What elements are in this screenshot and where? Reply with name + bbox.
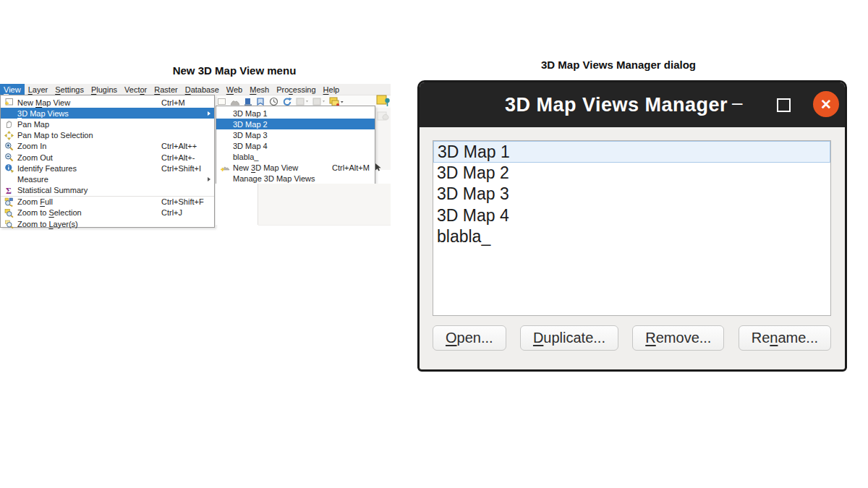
- submenu-item-3d-map-3[interactable]: 3D Map 3: [216, 129, 375, 140]
- menu-screenshot-caption: New 3D Map View menu: [17, 64, 451, 77]
- identify-features-icon: [3, 163, 15, 173]
- new-3d-map-toolbar-icon-disabled[interactable]: [377, 111, 390, 123]
- maximize-button[interactable]: [777, 98, 791, 112]
- menubar-item-mesh[interactable]: Mesh: [246, 84, 273, 95]
- qgis-menubar: View Layer Settings Plugins Vector Raste…: [0, 84, 391, 95]
- open-button[interactable]: Open...: [433, 325, 506, 351]
- submenu-arrow-icon: [208, 177, 210, 181]
- zoom-to-layer-icon: [3, 219, 15, 228]
- zoom-to-selection-icon: [3, 208, 15, 218]
- menubar-item-database[interactable]: Database: [182, 84, 223, 95]
- menu-item-identify-features[interactable]: Identify Features Ctrl+Shift+I: [1, 163, 214, 174]
- new-3d-map-view-icon: [218, 163, 231, 173]
- minimize-button[interactable]: –: [732, 82, 742, 127]
- new-map-view-icon: [3, 98, 15, 107]
- mouse-cursor-icon: [375, 162, 383, 175]
- menu-item-new-map-view[interactable]: New Map View Ctrl+M: [1, 97, 214, 108]
- submenu-item-blabla[interactable]: blabla_: [216, 151, 375, 162]
- list-item-3d-map-3[interactable]: 3D Map 3: [433, 184, 830, 205]
- blank-icon: [218, 174, 231, 184]
- blank-icon: [218, 108, 231, 118]
- menubar-item-plugins[interactable]: Plugins: [88, 84, 121, 95]
- list-item-3d-map-1[interactable]: 3D Map 1: [433, 141, 830, 163]
- menubar-item-help[interactable]: Help: [320, 84, 344, 95]
- dialog-titlebar[interactable]: 3D Map Views Manager – ✕: [420, 82, 845, 127]
- menu-item-3d-map-views[interactable]: 3D Map Views: [1, 108, 214, 119]
- menubar-item-raster[interactable]: Raster: [150, 84, 181, 95]
- menu-item-zoom-in[interactable]: Zoom In Ctrl+Alt++: [1, 141, 214, 152]
- menu-item-statistical-summary[interactable]: Σ Statistical Summary: [1, 185, 214, 196]
- view-dropdown-menu: New Map View Ctrl+M 3D Map Views Pan Map…: [0, 95, 215, 228]
- svg-text:Σ: Σ: [6, 186, 12, 195]
- submenu-item-3d-map-4[interactable]: 3D Map 4: [216, 140, 375, 151]
- submenu-arrow-icon: [208, 111, 210, 116]
- dialog-body: 3D Map 1 3D Map 2 3D Map 3 3D Map 4 blab…: [420, 127, 845, 351]
- zoom-in-icon: [3, 142, 15, 151]
- dialog-title: 3D Map Views Manager: [505, 94, 728, 116]
- dialog-button-row: Open... Duplicate... Remove... Rename...: [433, 325, 831, 351]
- submenu-item-3d-map-1[interactable]: 3D Map 1: [216, 108, 375, 119]
- submenu-item-new-3d-map-view[interactable]: New 3D Map View Ctrl+Alt+M: [216, 162, 375, 173]
- 3d-map-views-submenu: 3D Map 1 3D Map 2 3D Map 3 3D Map 4 blab…: [216, 106, 375, 185]
- menubar-item-vector[interactable]: Vector: [121, 84, 150, 95]
- blank-icon: [3, 174, 15, 184]
- sigma-icon: Σ: [3, 186, 15, 195]
- zoom-out-icon: [3, 153, 15, 162]
- dialog-screenshot-caption: 3D Map Views Manager dialog: [401, 59, 835, 71]
- submenu-item-manage-3d-map-views[interactable]: Manage 3D Map Views: [216, 174, 375, 184]
- submenu-item-3d-map-2[interactable]: 3D Map 2: [216, 119, 375, 129]
- pan-map-icon: [3, 119, 15, 129]
- blank-icon: [218, 141, 231, 150]
- menu-item-zoom-out[interactable]: Zoom Out Ctrl+Alt+-: [1, 152, 214, 163]
- zoom-full-icon: [3, 197, 15, 207]
- close-icon: ✕: [820, 96, 832, 113]
- canvas-fragment: [258, 184, 391, 226]
- close-button[interactable]: ✕: [813, 91, 839, 117]
- menu-item-pan-map[interactable]: Pan Map: [1, 119, 214, 129]
- menu-item-pan-map-to-selection[interactable]: Pan Map to Selection: [1, 130, 214, 141]
- blank-icon: [3, 108, 15, 118]
- blank-icon: [218, 130, 231, 140]
- menubar-item-settings[interactable]: Settings: [51, 84, 88, 95]
- menu-item-zoom-to-layers[interactable]: Zoom to Layer(s): [1, 218, 214, 229]
- list-item-3d-map-2[interactable]: 3D Map 2: [433, 163, 830, 184]
- blank-icon: [218, 119, 231, 129]
- list-item-3d-map-4[interactable]: 3D Map 4: [433, 205, 830, 227]
- menubar-item-view[interactable]: View: [0, 84, 25, 95]
- rename-button[interactable]: Rename...: [739, 325, 831, 351]
- remove-button[interactable]: Remove...: [632, 325, 724, 351]
- menu-item-zoom-to-selection[interactable]: Zoom to Selection Ctrl+J: [1, 207, 214, 218]
- blank-icon: [218, 152, 231, 161]
- canvas-fragment: [216, 184, 258, 225]
- pan-to-selection-icon: [3, 131, 15, 140]
- 3d-map-views-manager-dialog: 3D Map Views Manager – ✕ 3D Map 1 3D Map…: [417, 80, 847, 372]
- duplicate-button[interactable]: Duplicate...: [520, 325, 618, 351]
- layer-pin-toolbar-icon[interactable]: [376, 94, 391, 108]
- menubar-item-web[interactable]: Web: [223, 84, 246, 95]
- menubar-item-processing[interactable]: Processing: [273, 84, 319, 95]
- menu-item-zoom-full[interactable]: Zoom Full Ctrl+Shift+F: [1, 196, 214, 207]
- menubar-item-layer[interactable]: Layer: [25, 84, 52, 95]
- map-views-list[interactable]: 3D Map 1 3D Map 2 3D Map 3 3D Map 4 blab…: [433, 140, 831, 316]
- list-item-blabla[interactable]: blabla_: [433, 226, 830, 248]
- menu-item-measure[interactable]: Measure: [1, 174, 214, 184]
